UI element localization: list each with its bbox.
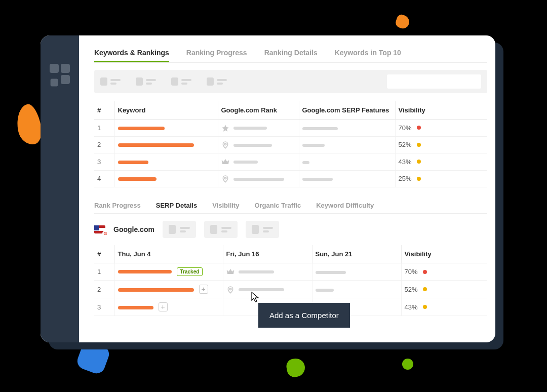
tabs-top: Keywords & Rankings Ranking Progress Ran…: [94, 49, 487, 63]
decor-blob: [14, 103, 44, 147]
tab-visibility[interactable]: Visibility: [212, 202, 239, 213]
crown-icon: [221, 158, 229, 166]
col-rank[interactable]: Google.com Rank: [218, 101, 299, 120]
col-num: #: [94, 101, 114, 120]
keyword-cell: [114, 136, 218, 153]
date1-cell: +: [114, 281, 223, 298]
table-row[interactable]: 170%: [94, 120, 487, 137]
serp-cell: [299, 136, 395, 153]
date3-cell: [312, 281, 401, 298]
row-number: 1: [94, 120, 114, 137]
table-row[interactable]: 343%: [94, 153, 487, 171]
filter-chip[interactable]: [136, 77, 156, 86]
svg-point-0: [224, 143, 226, 145]
col-keyword[interactable]: Keyword: [114, 101, 218, 120]
col-visibility[interactable]: Visibility: [395, 101, 487, 120]
metric-chip[interactable]: [204, 221, 238, 238]
tab-rank-progress[interactable]: Rank Progress: [94, 202, 141, 213]
table-row[interactable]: 252%: [94, 136, 487, 153]
date1-cell: +: [114, 298, 223, 316]
filter-search[interactable]: [387, 74, 481, 89]
filter-chip[interactable]: [171, 77, 191, 86]
col-serp[interactable]: Google.com SERP Features: [299, 101, 395, 120]
table-row[interactable]: 425%: [94, 170, 487, 187]
date3-cell: [312, 263, 401, 281]
status-dot: [417, 143, 421, 147]
tab-serp-details[interactable]: SERP Details: [156, 202, 197, 213]
apps-icon[interactable]: [50, 64, 70, 84]
tab-keywords-top10[interactable]: Keywords in Top 10: [335, 49, 401, 62]
keyword-cell: [114, 170, 218, 187]
status-dot: [417, 126, 421, 130]
search-engine-row: G Google.com: [94, 214, 487, 243]
col-num: #: [94, 245, 114, 263]
serp-cell: [299, 120, 395, 137]
tab-organic-traffic[interactable]: Organic Traffic: [254, 202, 301, 213]
date1-cell: Tracked: [114, 263, 223, 281]
crown-icon: [226, 268, 235, 276]
filter-chip[interactable]: [207, 77, 227, 86]
table-row[interactable]: 1Tracked70%: [94, 263, 487, 281]
pin-icon: [221, 141, 229, 149]
pin-icon: [221, 175, 229, 183]
app-card: Keywords & Rankings Ranking Progress Ran…: [41, 35, 495, 342]
table-row[interactable]: 2+52%: [94, 281, 487, 298]
visibility-cell: 25%: [395, 170, 487, 187]
decor-blob: [394, 13, 411, 30]
status-dot: [417, 160, 421, 164]
status-dot: [417, 177, 421, 181]
tab-keywords-rankings[interactable]: Keywords & Rankings: [94, 49, 169, 62]
col-visibility[interactable]: Visibility: [401, 245, 487, 263]
search-engine-label[interactable]: Google.com: [113, 225, 154, 233]
tooltip-add-competitor: Add as a Competitor: [258, 303, 350, 328]
visibility-cell: 70%: [395, 120, 487, 137]
row-number: 4: [94, 170, 114, 187]
keywords-table: # Keyword Google.com Rank Google.com SER…: [94, 101, 487, 187]
pin-icon: [226, 286, 235, 294]
add-competitor-button[interactable]: +: [159, 302, 168, 311]
visibility-cell: 43%: [395, 153, 487, 171]
visibility-cell: 43%: [401, 298, 487, 316]
flag-us-google-icon: G: [94, 225, 105, 233]
visibility-cell: 70%: [401, 263, 487, 281]
serp-cell: [299, 153, 395, 171]
row-number: 2: [94, 136, 114, 153]
col-date2[interactable]: Fri, Jun 16: [223, 245, 312, 263]
rank-cell: [218, 136, 299, 153]
tracked-badge: Tracked: [177, 267, 203, 276]
tab-keyword-difficulty[interactable]: Keyword Difficulty: [316, 202, 374, 213]
serp-cell: [299, 170, 395, 187]
decor-blob: [285, 357, 306, 378]
rank-cell: [218, 153, 299, 171]
status-dot: [423, 270, 427, 274]
row-number: 3: [94, 298, 114, 316]
filter-bar: [94, 70, 487, 93]
visibility-cell: 52%: [395, 136, 487, 153]
filter-chip[interactable]: [100, 77, 121, 86]
sidebar: [41, 35, 79, 342]
content: Keywords & Rankings Ranking Progress Ran…: [79, 35, 495, 342]
svg-point-2: [229, 288, 231, 289]
row-number: 1: [94, 263, 114, 281]
decor-blob: [402, 359, 413, 370]
svg-point-1: [224, 177, 226, 179]
tab-ranking-progress[interactable]: Ranking Progress: [186, 49, 247, 62]
row-number: 3: [94, 153, 114, 171]
col-date1[interactable]: Thu, Jun 4: [114, 245, 223, 263]
date2-cell: [223, 281, 312, 298]
add-competitor-button[interactable]: +: [199, 285, 208, 294]
tab-ranking-details[interactable]: Ranking Details: [264, 49, 318, 62]
metric-chip[interactable]: [163, 221, 196, 238]
visibility-cell: 52%: [401, 281, 487, 298]
star-icon: [221, 124, 229, 132]
status-dot: [423, 305, 427, 309]
row-number: 2: [94, 281, 114, 298]
date2-cell: [223, 263, 312, 281]
rank-cell: [218, 170, 299, 187]
status-dot: [423, 287, 427, 291]
tabs-sub: Rank Progress SERP Details Visibility Or…: [94, 202, 487, 214]
rank-cell: [218, 120, 299, 137]
metric-chip[interactable]: [246, 221, 279, 238]
keyword-cell: [114, 153, 218, 171]
col-date3[interactable]: Sun, Jun 21: [312, 245, 401, 263]
